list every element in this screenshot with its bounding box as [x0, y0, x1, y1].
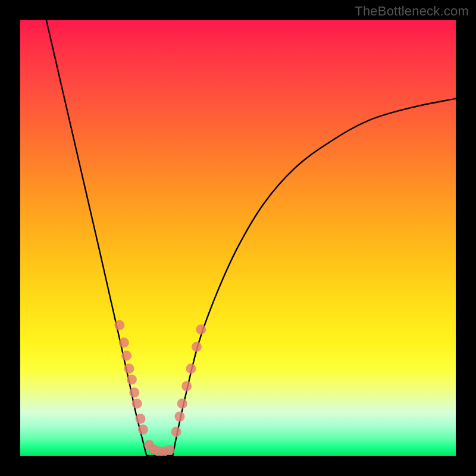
scatter-dot — [165, 445, 175, 455]
scatter-dot — [138, 425, 148, 435]
scatter-dot — [192, 342, 202, 352]
scatter-dot — [177, 399, 187, 409]
scatter-dot — [121, 350, 131, 361]
watermark-text: TheBottleneck.com — [355, 4, 469, 19]
scatter-dots — [114, 320, 206, 456]
scatter-dot — [181, 381, 192, 391]
scatter-dot — [129, 387, 139, 397]
scatter-dot — [174, 412, 184, 422]
scatter-dot — [127, 374, 137, 384]
scatter-dot — [196, 324, 206, 334]
plot-area — [20, 20, 456, 456]
chart-overlay — [20, 20, 456, 456]
scatter-dot — [132, 399, 142, 409]
outer-frame: TheBottleneck.com — [0, 0, 476, 476]
scatter-dot — [171, 427, 181, 437]
scatter-dot — [136, 414, 146, 424]
scatter-dot — [186, 364, 196, 374]
scatter-dot — [124, 364, 134, 374]
scatter-dot — [119, 337, 129, 347]
right-curve — [173, 99, 456, 456]
scatter-dot — [114, 320, 124, 330]
